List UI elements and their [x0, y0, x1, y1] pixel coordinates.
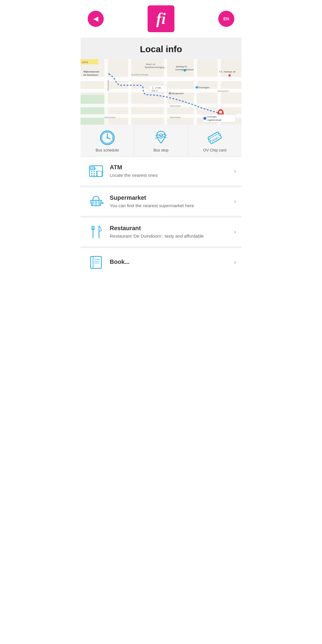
supermarket-list-item[interactable]: Supermarket You can find the nearest sup…	[80, 187, 242, 218]
svg-text:Groningen: Groningen	[198, 86, 209, 89]
svg-point-40	[203, 117, 206, 120]
logo-text: fi	[156, 11, 166, 27]
svg-point-68	[94, 175, 95, 176]
svg-rect-53	[208, 132, 222, 144]
svg-rect-9	[128, 59, 131, 125]
book-text: Book...	[106, 258, 234, 267]
svg-point-61	[91, 171, 92, 172]
atm-chevron: ›	[234, 167, 236, 175]
svg-point-64	[91, 173, 92, 174]
svg-text:Speeltuinvereniging...: Speeltuinvereniging...	[145, 66, 166, 69]
supermarket-icon	[88, 194, 104, 209]
svg-point-47	[106, 137, 108, 139]
back-icon: ◀	[93, 16, 98, 22]
supermarket-chevron: ›	[234, 198, 236, 205]
svg-line-73	[92, 200, 93, 206]
bus-schedule-item[interactable]: Bus schedule	[80, 125, 134, 157]
svg-text:Duindoornstraat: Duindoornstraat	[131, 73, 148, 76]
svg-point-62	[94, 171, 95, 172]
atm-icon: ATM	[88, 163, 104, 179]
map-svg: N370 Spireelaan Duindoornstraat Spireela…	[80, 59, 242, 125]
restaurant-icon	[88, 224, 104, 240]
svg-line-75	[99, 200, 100, 206]
bus-stop-item[interactable]: Bus stop	[134, 125, 188, 157]
svg-point-34	[219, 111, 222, 114]
supermarket-title: Supermarket	[110, 194, 230, 201]
svg-text:Het-jawoord: Het-jawoord	[171, 92, 183, 95]
language-label: EN	[223, 16, 229, 21]
atm-title: ATM	[110, 164, 230, 171]
svg-point-67	[91, 175, 92, 176]
svg-text:Spireelaan: Spireelaan	[104, 116, 116, 119]
atm-icon-wrap: ATM	[86, 163, 106, 179]
map-area[interactable]: N370 Spireelaan Duindoornstraat Spireela…	[80, 59, 242, 125]
svg-text:Groningen Museum: Groningen Museum	[175, 69, 194, 71]
svg-text:Spireelaan: Spireelaan	[107, 80, 109, 91]
svg-rect-8	[104, 59, 108, 125]
bus-schedule-icon	[100, 130, 115, 145]
svg-text:De Duindoorn: De Duindoorn	[83, 74, 98, 76]
back-button[interactable]: ◀	[88, 11, 104, 27]
local-info-section: Local info N370 Spireelaan Duindoornstra…	[80, 38, 242, 157]
ov-chip-icon: TICKET	[207, 130, 222, 145]
svg-text:Vogelkersstraat: Vogelkersstraat	[207, 119, 221, 121]
supermarket-subtitle: You can find the nearest supermarket her…	[110, 202, 230, 209]
bus-schedule-label: Bus schedule	[96, 148, 119, 152]
svg-rect-82	[91, 256, 101, 268]
atm-subtitle: Locate the nearest ones	[110, 172, 230, 178]
page-title: Local info	[80, 44, 242, 59]
svg-text:N370: N370	[82, 61, 88, 64]
book-icon-wrap	[86, 255, 106, 270]
supermarket-icon-wrap	[86, 194, 106, 209]
book-icon	[88, 255, 104, 270]
ov-chip-item[interactable]: TICKET OV Chip card	[188, 125, 242, 157]
svg-text:🚶 3 min.: 🚶 3 min.	[151, 86, 162, 89]
bus-stop-label: Bus stop	[154, 148, 169, 152]
atm-list-item[interactable]: ATM ATM Locate the nearest ones ›	[80, 157, 242, 187]
bus-stop-icon	[153, 130, 169, 145]
header: ◀ fi EN	[80, 0, 242, 38]
svg-text:S.C. Huizinga, tar: S.C. Huizinga, tar	[219, 71, 236, 73]
restaurant-text: Restaurant Restaurant 'De Duindoorn', ta…	[106, 225, 234, 239]
svg-point-65	[94, 173, 95, 174]
svg-text:Stichting FC: Stichting FC	[176, 66, 187, 68]
svg-text:Maluslaan: Maluslaan	[170, 116, 181, 119]
svg-point-28	[228, 74, 231, 77]
restaurant-subtitle: Restaurant 'De Duindoorn', tasty and aff…	[110, 233, 230, 239]
svg-point-31	[169, 92, 171, 95]
svg-text:ATM: ATM	[91, 168, 96, 170]
svg-text:Beautysalon: Beautysalon	[218, 90, 229, 92]
restaurant-chevron: ›	[234, 228, 236, 236]
book-title: Book...	[110, 258, 230, 265]
restaurant-list-item[interactable]: Restaurant Restaurant 'De Duindoorn', ta…	[80, 218, 242, 248]
svg-text:Maluslaan: Maluslaan	[170, 105, 181, 107]
svg-rect-70	[97, 171, 102, 177]
transport-row: Bus schedule Bus stop TICKET	[80, 125, 242, 157]
svg-rect-11	[194, 59, 197, 125]
svg-point-26	[196, 86, 198, 89]
supermarket-text: Supermarket You can find the nearest sup…	[106, 194, 234, 209]
svg-text:250 m: 250 m	[151, 89, 158, 92]
svg-text:Groningen,: Groningen,	[207, 116, 217, 118]
book-list-item[interactable]: Book... ›	[80, 248, 242, 275]
app-logo: fi	[148, 5, 174, 32]
restaurant-icon-wrap	[86, 224, 106, 240]
restaurant-title: Restaurant	[110, 225, 230, 232]
language-button[interactable]: EN	[218, 11, 234, 27]
ov-chip-label: OV Chip card	[203, 148, 226, 152]
atm-text: ATM Locate the nearest ones	[106, 164, 234, 178]
svg-text:Buurt- en: Buurt- en	[146, 63, 155, 66]
svg-text:Wijkrestaurant: Wijkrestaurant	[83, 70, 99, 73]
book-chevron: ›	[234, 258, 236, 266]
svg-rect-1	[80, 95, 107, 125]
